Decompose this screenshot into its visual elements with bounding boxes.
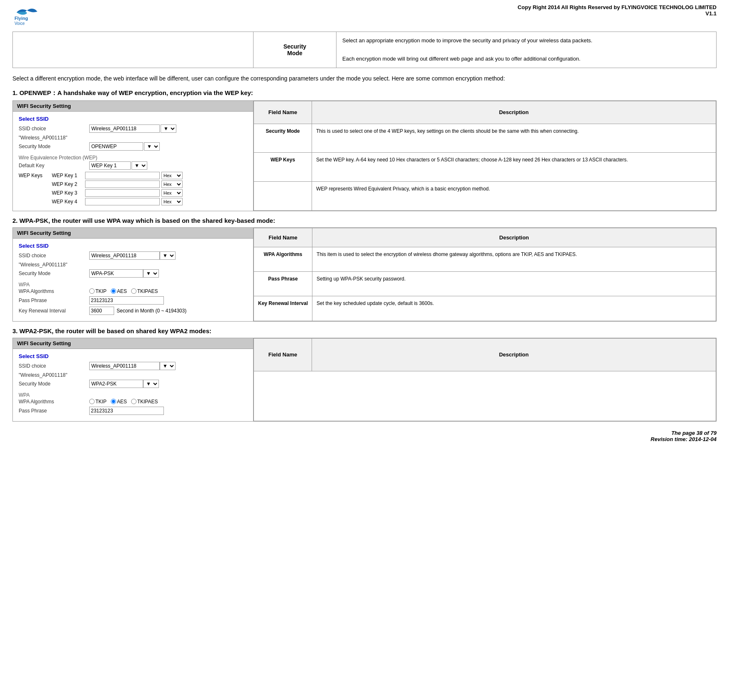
section3-security-mode-label: Security Mode <box>19 381 89 387</box>
section3-panel-row: WIFI Security Setting Select SSID SSID c… <box>12 338 717 422</box>
section2-panel-row: WIFI Security Setting Select SSID SSID c… <box>12 227 717 322</box>
wep-key-2-input[interactable] <box>85 180 160 188</box>
section3-wpa-label: WPA <box>19 392 247 398</box>
section1-desc-wep-keys: Set the WEP key. A-64 key need 10 Hex ch… <box>312 153 716 182</box>
section1-wep-keys-list: WEP Key 1 HexASCII WEP Key 2 HexASCII WE… <box>52 172 247 207</box>
wep-key-3-input[interactable] <box>85 189 160 197</box>
section2-field-wpa-algorithms: WPA Algorithms <box>254 247 312 272</box>
section1-wifi-panel: WIFI Security Setting Select SSID SSID c… <box>13 101 254 211</box>
section3-tkip-radio[interactable] <box>89 399 95 404</box>
wep-key-3-format[interactable]: HexASCII <box>161 189 183 197</box>
security-mode-label-cell: SecurityMode <box>254 32 336 68</box>
version-text: V1.1 <box>518 10 717 17</box>
section2-pass-phrase-input[interactable] <box>89 296 164 305</box>
section3-security-mode-input[interactable] <box>89 380 143 388</box>
section3-col-desc: Description <box>312 338 716 371</box>
section1-wep-keys-label: WEP Keys <box>19 172 52 178</box>
section3-select-ssid-label: Select SSID <box>19 353 247 359</box>
section3-heading: 3. WPA2-PSK, the router will be based on… <box>12 327 717 334</box>
section3-col-field: Field Name <box>254 338 312 371</box>
section2-desc-wpa-algorithms: This item is used to select the encrypti… <box>312 247 716 272</box>
section2-security-mode-input[interactable] <box>89 269 143 278</box>
section2-ssid-choice-row: SSID choice ▼ <box>19 251 247 260</box>
section1-panel-body: Select SSID SSID choice ▼ "Wireless_AP00… <box>13 112 253 211</box>
section2-security-mode-row: Security Mode ▼ <box>19 269 247 278</box>
section1-wep-keys-outer: WEP Keys WEP Key 1 HexASCII WEP Key 2 He… <box>19 172 247 207</box>
table-row: WEP Key 1 HexASCII <box>52 172 247 179</box>
section2-algorithms-label: WPA Algorithms <box>19 288 89 294</box>
section2-security-mode-select[interactable]: ▼ <box>143 269 159 278</box>
section2-panel-body: Select SSID SSID choice ▼ "Wireless_AP00… <box>13 239 253 321</box>
section2-interval-group: Second in Month (0 ~ 4194303) <box>89 307 186 315</box>
footer-block: The page 38 of 79 Revision time: 2014-12… <box>12 430 717 442</box>
section3-algorithms-row: WPA Algorithms TKIP AES TKIPAES <box>19 399 247 405</box>
copyright-text: Copy Right 2014 All Rights Reserved by F… <box>518 4 717 10</box>
wep-key-1-format[interactable]: HexASCII <box>161 172 183 179</box>
section3-pass-phrase-input[interactable] <box>89 407 164 415</box>
section3-desc-placeholder <box>254 371 716 421</box>
section3-security-mode-row: Security Mode ▼ <box>19 380 247 388</box>
wep-key-3-label: WEP Key 3 <box>52 190 85 196</box>
logo-image: Flying Voice Voice over IP <box>12 4 50 27</box>
section1-security-mode-row: Security Mode ▼ <box>19 142 247 151</box>
security-mode-description: Select an appropriate encryption mode to… <box>336 32 717 68</box>
table-row: WEP Key 3 HexASCII <box>52 189 247 197</box>
footer-revision: Revision time: 2014-12-04 <box>12 436 717 442</box>
section3-panel-body: Select SSID SSID choice ▼ "Wireless_AP00… <box>13 349 253 421</box>
wep-key-4-format[interactable]: HexASCII <box>161 198 183 205</box>
section3-pass-phrase-label: Pass Phrase <box>19 408 89 414</box>
section3-aes-radio[interactable] <box>111 399 116 404</box>
table-row: WEP Key 4 HexASCII <box>52 198 247 205</box>
section3-wpa-section: WPA WPA Algorithms TKIP AES TKIPAES <box>19 392 247 415</box>
section2-ssid-select[interactable]: ▼ <box>160 251 176 260</box>
section1-security-mode-input[interactable] <box>89 142 143 151</box>
section1-desc-security-mode: This is used to select one of the 4 WEP … <box>312 124 716 153</box>
intro-text: Select a different encryption mode, the … <box>12 75 505 82</box>
section2-ssid-input[interactable] <box>89 251 160 260</box>
section2-interval-input[interactable] <box>89 307 114 315</box>
header-copyright-block: Copy Right 2014 All Rights Reserved by F… <box>518 4 717 17</box>
section3-tkipaes-label[interactable]: TKIPAES <box>131 399 158 405</box>
section1-col-desc: Description <box>312 101 716 124</box>
section3-ssid-select[interactable]: ▼ <box>160 362 176 370</box>
svg-text:Flying: Flying <box>15 16 28 21</box>
wep-key-4-label: WEP Key 4 <box>52 199 85 205</box>
section3-ssid-quote: "Wireless_AP001118" <box>19 372 247 378</box>
section3-tkipaes-radio[interactable] <box>131 399 137 404</box>
section2-desc-table: Field Name Description WPA Algorithms Th… <box>254 228 716 321</box>
section1-field-security-mode: Security Mode <box>254 124 312 153</box>
wep-key-2-format[interactable]: HexASCII <box>161 180 183 188</box>
section3-ssid-input[interactable] <box>89 362 160 370</box>
wep-key-1-input[interactable] <box>85 172 160 179</box>
section1-wep-section: Wire Equivalence Protection (WEP) Defaul… <box>19 155 247 207</box>
section2-aes-label[interactable]: AES <box>111 288 127 294</box>
section1-default-key-row: Default Key ▼ <box>19 161 247 170</box>
section3-aes-label[interactable]: AES <box>111 399 127 405</box>
wep-key-4-input[interactable] <box>85 198 160 205</box>
section3-panel-title: WIFI Security Setting <box>13 338 253 349</box>
section1-ssid-input[interactable] <box>89 124 160 133</box>
section1-ssid-select[interactable]: ▼ <box>161 124 176 133</box>
section1-security-mode-select[interactable]: ▼ <box>144 142 160 151</box>
section2-tkip-radio[interactable] <box>89 288 95 294</box>
section2-algorithms-radios: TKIP AES TKIPAES <box>89 288 158 294</box>
section2-interval-suffix: Second in Month (0 ~ 4194303) <box>117 308 186 314</box>
section2-tkipaes-label[interactable]: TKIPAES <box>131 288 158 294</box>
logo: Flying Voice Voice over IP <box>12 4 50 28</box>
section2-tkipaes-radio[interactable] <box>131 288 137 294</box>
section2-aes-radio[interactable] <box>111 288 116 294</box>
section2-heading: 2. WPA-PSK, the router will use WPA way … <box>12 217 717 224</box>
wep-key-1-label: WEP Key 1 <box>52 173 85 178</box>
section1-default-key-input[interactable] <box>89 161 131 170</box>
section2-wpa-label: WPA <box>19 282 247 288</box>
section3-algorithms-radios: TKIP AES TKIPAES <box>89 399 158 405</box>
svg-text:Voice over IP: Voice over IP <box>15 26 34 27</box>
section1-select-ssid-label: Select SSID <box>19 116 247 122</box>
section3-tkip-label[interactable]: TKIP <box>89 399 107 405</box>
section1-default-key-select[interactable]: ▼ <box>132 161 147 170</box>
section1-heading: 1. OPENWEP：A handshake way of WEP encryp… <box>12 89 717 97</box>
section2-tkip-label[interactable]: TKIP <box>89 288 107 294</box>
section3-security-mode-select[interactable]: ▼ <box>143 380 159 388</box>
section3-ssid-choice-row: SSID choice ▼ <box>19 362 247 370</box>
section1-ssid-choice-row: SSID choice ▼ <box>19 124 247 133</box>
